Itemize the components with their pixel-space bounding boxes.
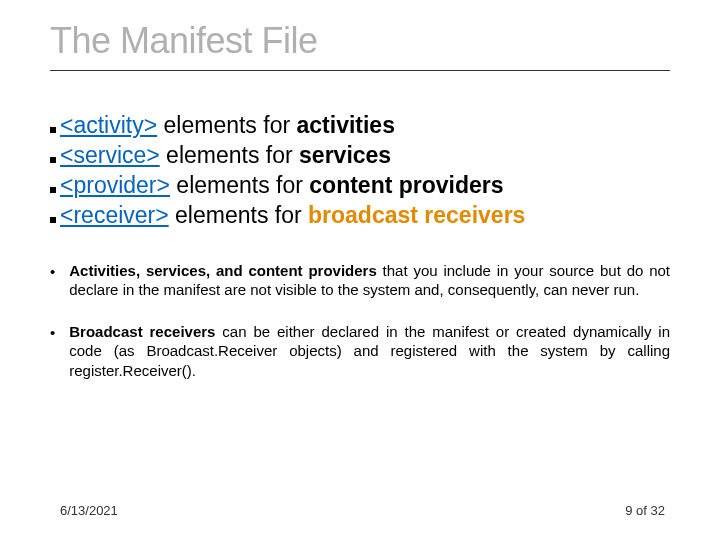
- list-item: • Activities, services, and content prov…: [50, 261, 670, 300]
- bullet-icon: [50, 157, 56, 163]
- element-bold-text: broadcast receivers: [308, 202, 525, 228]
- element-bold-text: services: [299, 142, 391, 168]
- bullet-icon: •: [50, 323, 55, 343]
- element-tag-link[interactable]: <activity>: [60, 112, 157, 138]
- bullet-icon: [50, 187, 56, 193]
- paragraph-text: Activities, services, and content provid…: [69, 261, 670, 300]
- page-title: The Manifest File: [50, 20, 670, 71]
- element-mid-text: elements for: [160, 142, 299, 168]
- element-bold-text: content providers: [309, 172, 503, 198]
- element-tag-link[interactable]: <service>: [60, 142, 160, 168]
- element-bold-text: activities: [297, 112, 395, 138]
- bullet-icon: •: [50, 262, 55, 282]
- element-list: <activity> elements for activities <serv…: [50, 111, 670, 231]
- footer: 6/13/2021 9 of 32: [60, 503, 665, 518]
- list-item: <activity> elements for activities: [50, 111, 670, 141]
- element-tag-link[interactable]: <provider>: [60, 172, 170, 198]
- list-item: <provider> elements for content provider…: [50, 171, 670, 201]
- list-item: <receiver> elements for broadcast receiv…: [50, 201, 670, 231]
- element-tag-link[interactable]: <receiver>: [60, 202, 169, 228]
- paragraph-text: Broadcast receivers can be either declar…: [69, 322, 670, 381]
- list-item: <service> elements for services: [50, 141, 670, 171]
- bullet-icon: [50, 127, 56, 133]
- element-mid-text: elements for: [170, 172, 309, 198]
- bullet-icon: [50, 217, 56, 223]
- element-mid-text: elements for: [157, 112, 296, 138]
- footer-page: 9 of 32: [625, 503, 665, 518]
- paragraph-list: • Activities, services, and content prov…: [50, 261, 670, 381]
- footer-date: 6/13/2021: [60, 503, 118, 518]
- list-item: • Broadcast receivers can be either decl…: [50, 322, 670, 381]
- element-mid-text: elements for: [169, 202, 308, 228]
